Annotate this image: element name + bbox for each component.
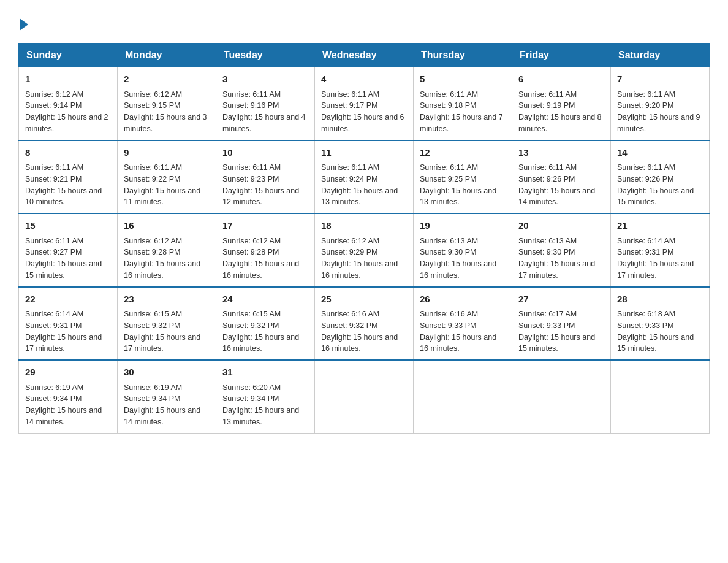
calendar-header-row: SundayMondayTuesdayWednesdayThursdayFrid… [19,44,710,67]
day-number: 4 [321,72,407,86]
daylight-text: Daylight: 15 hours and 16 minutes. [222,333,299,353]
calendar-day-cell: 17Sunrise: 6:12 AMSunset: 9:28 PMDayligh… [216,213,315,287]
sunrise-text: Sunrise: 6:11 AM [617,163,675,172]
sunrise-text: Sunrise: 6:13 AM [518,237,577,245]
calendar-day-cell: 22Sunrise: 6:14 AMSunset: 9:31 PMDayligh… [19,287,118,361]
day-number: 5 [420,72,506,86]
sunrise-text: Sunrise: 6:11 AM [321,163,379,172]
sunset-text: Sunset: 9:23 PM [222,175,279,183]
calendar-day-cell [611,360,710,433]
calendar-day-cell: 30Sunrise: 6:19 AMSunset: 9:34 PMDayligh… [118,360,216,433]
day-number: 17 [222,219,308,233]
day-number: 24 [222,293,308,307]
day-number: 12 [420,146,506,160]
day-number: 28 [617,293,703,307]
sunset-text: Sunset: 9:19 PM [518,101,575,110]
calendar-day-cell: 27Sunrise: 6:17 AMSunset: 9:33 PMDayligh… [512,287,611,361]
calendar-day-cell: 29Sunrise: 6:19 AMSunset: 9:34 PMDayligh… [19,360,118,433]
daylight-text: Daylight: 15 hours and 9 minutes. [617,113,700,133]
daylight-text: Daylight: 15 hours and 14 minutes. [124,406,200,426]
sunset-text: Sunset: 9:26 PM [518,175,575,183]
sunrise-text: Sunrise: 6:13 AM [420,237,478,245]
logo-arrow-icon [20,18,28,31]
sunset-text: Sunset: 9:18 PM [420,101,476,110]
sunset-text: Sunset: 9:31 PM [25,321,82,330]
daylight-text: Daylight: 15 hours and 15 minutes. [518,333,595,353]
day-number: 23 [124,293,210,307]
daylight-text: Daylight: 15 hours and 15 minutes. [617,186,694,207]
calendar-week-row: 8Sunrise: 6:11 AMSunset: 9:21 PMDaylight… [19,140,710,214]
sunrise-text: Sunrise: 6:11 AM [518,90,577,99]
calendar-day-cell [512,360,611,433]
calendar-table: SundayMondayTuesdayWednesdayThursdayFrid… [18,43,710,434]
calendar-day-cell: 2Sunrise: 6:12 AMSunset: 9:15 PMDaylight… [118,67,216,140]
calendar-week-row: 15Sunrise: 6:11 AMSunset: 9:27 PMDayligh… [19,213,710,287]
calendar-week-row: 29Sunrise: 6:19 AMSunset: 9:34 PMDayligh… [19,360,710,433]
sunrise-text: Sunrise: 6:12 AM [124,237,182,245]
sunset-text: Sunset: 9:28 PM [124,248,180,256]
sunset-text: Sunset: 9:30 PM [518,248,575,256]
day-number: 15 [25,219,111,233]
daylight-text: Daylight: 15 hours and 14 minutes. [25,406,102,426]
sunrise-text: Sunrise: 6:12 AM [222,237,281,245]
sunrise-text: Sunrise: 6:19 AM [25,383,83,392]
sunset-text: Sunset: 9:34 PM [124,394,180,403]
daylight-text: Daylight: 15 hours and 15 minutes. [617,333,694,353]
calendar-day-cell: 23Sunrise: 6:15 AMSunset: 9:32 PMDayligh… [118,287,216,361]
calendar-day-cell: 20Sunrise: 6:13 AMSunset: 9:30 PMDayligh… [512,213,611,287]
calendar-header-sunday: Sunday [19,44,118,67]
calendar-header-saturday: Saturday [611,44,710,67]
day-number: 14 [617,146,703,160]
calendar-day-cell: 10Sunrise: 6:11 AMSunset: 9:23 PMDayligh… [216,140,315,214]
calendar-day-cell: 15Sunrise: 6:11 AMSunset: 9:27 PMDayligh… [19,213,118,287]
daylight-text: Daylight: 15 hours and 3 minutes. [124,113,207,133]
day-number: 11 [321,146,407,160]
day-number: 7 [617,72,703,86]
calendar-day-cell: 19Sunrise: 6:13 AMSunset: 9:30 PMDayligh… [414,213,512,287]
sunset-text: Sunset: 9:22 PM [124,175,180,183]
sunset-text: Sunset: 9:27 PM [25,248,82,256]
calendar-day-cell: 24Sunrise: 6:15 AMSunset: 9:32 PMDayligh… [216,287,315,361]
calendar-day-cell: 13Sunrise: 6:11 AMSunset: 9:26 PMDayligh… [512,140,611,214]
sunrise-text: Sunrise: 6:11 AM [518,163,577,172]
day-number: 29 [25,366,111,380]
sunset-text: Sunset: 9:24 PM [321,175,377,183]
sunset-text: Sunset: 9:33 PM [518,321,575,330]
day-number: 19 [420,219,506,233]
sunset-text: Sunset: 9:33 PM [617,321,673,330]
day-number: 21 [617,219,703,233]
sunset-text: Sunset: 9:31 PM [617,248,673,256]
sunset-text: Sunset: 9:32 PM [321,321,377,330]
calendar-week-row: 1Sunrise: 6:12 AMSunset: 9:14 PMDaylight… [19,67,710,140]
calendar-day-cell: 28Sunrise: 6:18 AMSunset: 9:33 PMDayligh… [611,287,710,361]
page-header [18,18,710,31]
daylight-text: Daylight: 15 hours and 13 minutes. [222,406,299,426]
calendar-header-tuesday: Tuesday [216,44,315,67]
calendar-header-monday: Monday [118,44,216,67]
daylight-text: Daylight: 15 hours and 17 minutes. [617,259,694,280]
calendar-header-friday: Friday [512,44,611,67]
sunrise-text: Sunrise: 6:17 AM [518,310,577,318]
calendar-header-thursday: Thursday [414,44,512,67]
day-number: 26 [420,293,506,307]
sunset-text: Sunset: 9:30 PM [420,248,476,256]
sunrise-text: Sunrise: 6:11 AM [420,163,478,172]
sunrise-text: Sunrise: 6:14 AM [25,310,83,318]
calendar-day-cell: 18Sunrise: 6:12 AMSunset: 9:29 PMDayligh… [315,213,414,287]
calendar-day-cell: 7Sunrise: 6:11 AMSunset: 9:20 PMDaylight… [611,67,710,140]
calendar-day-cell: 31Sunrise: 6:20 AMSunset: 9:34 PMDayligh… [216,360,315,433]
calendar-day-cell: 25Sunrise: 6:16 AMSunset: 9:32 PMDayligh… [315,287,414,361]
calendar-day-cell: 12Sunrise: 6:11 AMSunset: 9:25 PMDayligh… [414,140,512,214]
sunrise-text: Sunrise: 6:11 AM [617,90,675,99]
calendar-day-cell: 6Sunrise: 6:11 AMSunset: 9:19 PMDaylight… [512,67,611,140]
sunset-text: Sunset: 9:26 PM [617,175,673,183]
daylight-text: Daylight: 15 hours and 14 minutes. [518,186,595,207]
sunrise-text: Sunrise: 6:12 AM [124,90,182,99]
sunrise-text: Sunrise: 6:15 AM [124,310,182,318]
daylight-text: Daylight: 15 hours and 17 minutes. [25,333,102,353]
calendar-day-cell: 21Sunrise: 6:14 AMSunset: 9:31 PMDayligh… [611,213,710,287]
sunrise-text: Sunrise: 6:16 AM [420,310,478,318]
calendar-day-cell: 14Sunrise: 6:11 AMSunset: 9:26 PMDayligh… [611,140,710,214]
sunset-text: Sunset: 9:15 PM [124,101,180,110]
sunset-text: Sunset: 9:32 PM [124,321,180,330]
